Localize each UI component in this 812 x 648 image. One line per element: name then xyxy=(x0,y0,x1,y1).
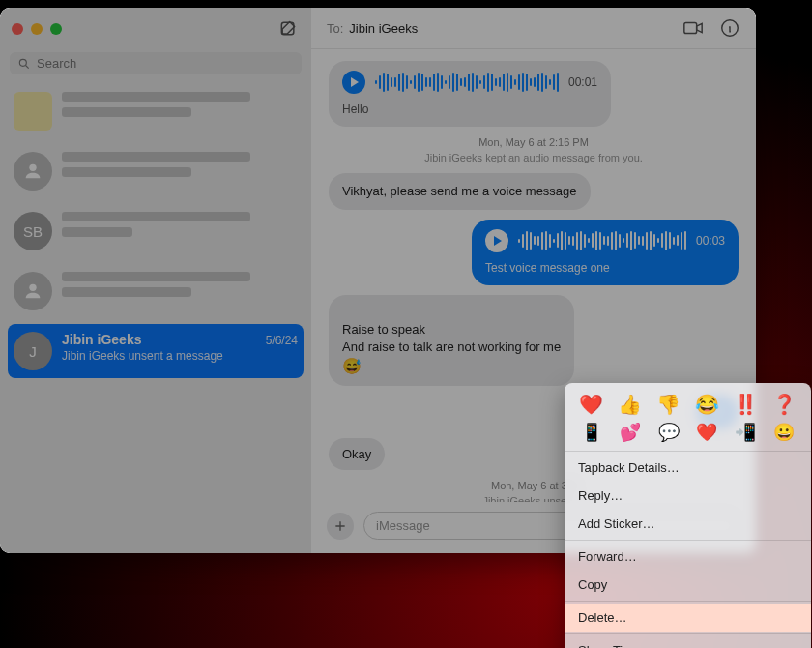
tapback-heart[interactable]: ❤️ xyxy=(579,393,603,416)
menu-separator xyxy=(565,633,811,634)
conversation-row[interactable]: SB xyxy=(8,204,304,258)
play-button[interactable] xyxy=(485,229,508,252)
menu-show-times[interactable]: Show Times xyxy=(565,636,811,648)
svg-point-3 xyxy=(29,284,36,291)
conversation-row[interactable] xyxy=(8,84,304,138)
menu-tapback-details[interactable]: Tapback Details… xyxy=(565,454,811,482)
conversation-row-selected[interactable]: J Jibin iGeeks 5/6/24 Jibin iGeeks unsen… xyxy=(8,324,304,378)
status-text: Jibin iGeeks kept an audio message from … xyxy=(329,152,739,163)
avatar xyxy=(14,272,52,310)
menu-separator xyxy=(565,601,811,602)
menu-reply[interactable]: Reply… xyxy=(565,482,811,510)
incoming-audio-message[interactable]: 00:01 Hello xyxy=(329,61,611,127)
apps-button[interactable] xyxy=(327,513,354,540)
tapback-thumbs-down[interactable]: 👎 xyxy=(656,393,681,416)
minimize-window-button[interactable] xyxy=(31,23,43,35)
recipient-name: Jibin iGeeks xyxy=(349,21,418,36)
sticker-heart[interactable]: ❤️ xyxy=(696,422,717,443)
conversation-preview: Jibin iGeeks unsent a message xyxy=(62,349,298,365)
search-placeholder: Search xyxy=(37,56,76,71)
avatar xyxy=(14,152,52,191)
zoom-window-button[interactable] xyxy=(50,23,62,35)
svg-point-1 xyxy=(19,59,26,66)
incoming-message[interactable]: Vikhyat, please send me a voice message xyxy=(329,173,591,210)
conversation-header: To: Jibin iGeeks xyxy=(311,8,756,49)
menu-copy[interactable]: Copy xyxy=(565,571,811,599)
sticker-phone-arrow[interactable]: 📲 xyxy=(735,422,756,443)
timestamp: Mon, May 6 at 2:16 PM xyxy=(329,136,739,148)
search-input[interactable]: Search xyxy=(10,52,302,74)
facetime-icon[interactable] xyxy=(682,17,704,39)
message-text: Raise to speak And raise to talk are not… xyxy=(342,322,561,354)
conversation-date: 5/6/24 xyxy=(266,334,298,347)
info-icon[interactable] xyxy=(719,17,740,39)
menu-separator xyxy=(565,451,811,452)
avatar-initials: SB xyxy=(14,212,52,250)
tapback-haha[interactable]: 😂 xyxy=(695,393,719,416)
avatar-initials: J xyxy=(14,332,52,370)
menu-forward[interactable]: Forward… xyxy=(565,543,811,571)
sticker-bubble[interactable]: 💬 xyxy=(658,422,680,443)
waveform xyxy=(375,72,559,93)
play-icon xyxy=(494,236,502,246)
menu-separator xyxy=(565,540,811,541)
menu-add-sticker[interactable]: Add Sticker… xyxy=(565,510,811,538)
conversation-row[interactable] xyxy=(8,264,304,318)
incoming-message[interactable]: Okay xyxy=(329,438,385,471)
compose-button[interactable] xyxy=(276,17,300,41)
sticker-smile[interactable]: 😀 xyxy=(773,422,795,443)
audio-duration: 00:03 xyxy=(696,233,725,249)
conversation-row[interactable] xyxy=(8,144,304,198)
search-icon xyxy=(17,57,31,71)
context-menu: ❤️ 👍 👎 😂 ‼️ ❓ 📱 💕 💬 ❤️ 📲 😀 Tapback Detai… xyxy=(565,383,811,648)
person-icon xyxy=(22,280,44,302)
to-label: To: xyxy=(327,21,343,36)
avatar xyxy=(14,92,52,131)
play-button[interactable] xyxy=(342,71,365,94)
emoji: 😅 xyxy=(342,358,362,374)
conversation-name: Jibin iGeeks xyxy=(62,332,141,347)
compose-icon xyxy=(278,19,298,39)
menu-delete[interactable]: Delete… xyxy=(565,604,811,632)
incoming-message[interactable]: Raise to speak And raise to talk are not… xyxy=(329,295,574,386)
play-icon xyxy=(351,77,359,87)
svg-point-2 xyxy=(29,164,36,171)
sticker-row: 📱 💕 💬 ❤️ 📲 😀 xyxy=(565,422,811,449)
waveform xyxy=(518,230,686,251)
tapback-row: ❤️ 👍 👎 😂 ‼️ ❓ xyxy=(565,383,811,422)
audio-caption: Test voice message one xyxy=(485,260,725,276)
outgoing-audio-message[interactable]: 00:03 Test voice message one xyxy=(472,220,739,285)
audio-duration: 00:01 xyxy=(568,74,597,90)
sticker-phone[interactable]: 📱 xyxy=(581,422,602,443)
audio-caption: Hello xyxy=(342,102,597,117)
tapback-question[interactable]: ❓ xyxy=(772,393,797,416)
tapback-exclaim[interactable]: ‼️ xyxy=(734,393,758,416)
plus-icon xyxy=(333,518,348,534)
sidebar: Search SB xyxy=(0,8,311,553)
tapback-thumbs-up[interactable]: 👍 xyxy=(618,393,642,416)
window-controls xyxy=(8,14,304,44)
sticker-hearts[interactable]: 💕 xyxy=(620,422,641,443)
svg-rect-4 xyxy=(684,23,697,34)
person-icon xyxy=(22,161,44,182)
close-window-button[interactable] xyxy=(12,23,23,35)
